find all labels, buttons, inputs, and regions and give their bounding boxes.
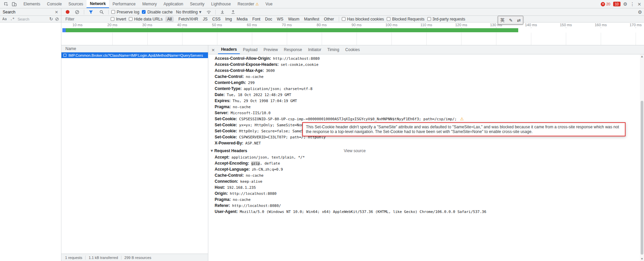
hide-data-urls-checkbox[interactable]: Hide data URLs [129,17,163,21]
filter-type[interactable]: Font [250,16,262,22]
details-tab[interactable]: Response [281,45,305,54]
devtools-tab[interactable]: Memory ⚠ [139,0,160,8]
header-name: Cache-Control: [215,74,244,79]
devtools-tab[interactable]: Application ⚠ [160,0,186,8]
details-tab[interactable]: Headers [218,45,240,54]
filter-type-all[interactable]: All [165,16,174,22]
disable-cache-checkbox[interactable]: ✓ Disable cache [142,10,172,14]
devtools-tab[interactable]: Recorder ⚠ [234,0,262,8]
refresh-search-icon[interactable]: ↻ [49,16,53,21]
filter-type[interactable]: Manifest [302,16,321,22]
close-devtools-icon[interactable]: × [637,1,641,7]
match-case-button[interactable]: Aa [1,17,8,21]
regex-button[interactable]: .* [9,17,15,21]
filter-type[interactable]: Fetch/XHR [176,16,200,22]
throttling-select[interactable]: No throttling ▼ [175,10,202,14]
filter-type[interactable]: Other [322,16,336,22]
header-value: set-cookie,cookie [281,62,319,67]
name-column-header[interactable]: Name [61,45,208,52]
details-tab[interactable]: Payload [240,45,260,54]
scrollbar-thumb[interactable] [641,101,643,255]
filter-type[interactable]: CSS [210,16,223,22]
devtools-tab[interactable]: Elements ⚠ [20,0,44,8]
export-har-icon[interactable] [229,8,237,16]
response-header-row: Date:Tue, 18 Oct 2022 12:48:29 GMT⚠ [208,92,644,98]
devtools-tab[interactable]: Console ⚠ [44,0,65,8]
filter-toggle-icon[interactable] [87,8,95,16]
filter-type[interactable]: Doc [263,16,274,22]
header-value: http://localhost:8080 [230,191,276,196]
console-errors-indicator[interactable]: ✕ 20 [601,2,610,6]
view-source-link[interactable]: View source [344,147,366,154]
details-tab[interactable]: Preview [261,45,281,54]
invert-checkbox[interactable]: Invert [111,17,126,21]
samesite-cookie-tooltip: This Set-Cookie header didn't specify a … [302,122,626,136]
request-header-row: Accept:application/json, text/plain, */* [208,154,644,160]
close-details-icon[interactable]: × [208,45,218,54]
ime-indicator[interactable]: 英 ✎ ⇄ [498,16,523,25]
scroll-up-arrow[interactable]: ▲ [640,55,644,58]
issues-count-badge[interactable]: 10 [613,2,621,6]
close-search-panel-icon[interactable]: × [55,9,58,14]
overview-track[interactable] [61,28,644,32]
network-settings-gear-icon[interactable]: ⚙ [638,9,642,15]
devtools-tab[interactable]: Sources ⚠ [65,0,87,8]
header-value: no-cache [246,75,264,79]
chevron-down-icon: ▼ [199,10,201,14]
settings-gear-icon[interactable]: ⚙ [623,1,628,7]
network-overview-timeline[interactable]: 10 ms 20 ms 30 ms 40 ms 50 ms 60 ms 70 m… [61,23,644,45]
filter-input[interactable] [65,16,108,22]
search-panel-header: Search × [0,8,61,16]
blocked-requests-checkbox[interactable]: Blocked Requests [387,17,425,21]
scroll-down-arrow[interactable]: ▼ [640,258,644,260]
details-tab[interactable]: Timing [324,45,342,54]
filter-type[interactable]: WS [275,16,285,22]
transferred-size: 1.1 kB transferred [85,256,118,260]
header-value: 3600 [266,69,275,73]
ime-toggle-icon[interactable]: ⇄ [517,18,521,23]
filter-type[interactable]: JS [201,16,210,22]
network-search-icon[interactable] [98,8,106,16]
ime-pen-icon[interactable]: ✎ [509,18,513,23]
devtools-tab[interactable]: Lighthouse ⚠ [208,0,234,8]
collapse-triangle-icon[interactable]: ▼ [211,147,213,154]
details-scrollbar[interactable]: ▲ ▼ [640,54,644,261]
header-name: Referer: [215,203,230,208]
devtools-tab[interactable]: Security ⚠ [186,0,208,8]
search-input[interactable] [17,17,48,21]
header-name: Access-Control-Max-Age: [215,68,264,73]
timeline-ruler-label: 50 ms [200,23,234,28]
checkbox-checked: ✓ [142,10,146,14]
has-blocked-cookies-checkbox[interactable]: Has blocked cookies [342,17,384,21]
search-results-panel [0,23,61,261]
inspect-element-icon[interactable] [2,0,10,8]
filter-type[interactable]: Media [234,16,250,22]
ime-language[interactable]: 英 [500,17,505,23]
preserve-log-checkbox[interactable]: Preserve log [111,10,139,14]
filter-type[interactable]: Img [223,16,234,22]
details-tab[interactable]: Cookies [342,45,363,54]
request-header-row: Origin:http://localhost:8080 [208,190,644,197]
record-network-log-button[interactable] [66,10,69,14]
third-party-requests-checkbox[interactable]: 3rd-party requests [427,17,465,21]
response-header-row: Server:Microsoft-IIS/10.0⚠ [208,110,644,116]
import-har-icon[interactable] [218,8,226,16]
devtools-tab[interactable]: Performance ⚠ [109,0,139,8]
details-tab[interactable]: Initiator [305,45,324,54]
kebab-menu-icon[interactable]: ⋮ [630,1,635,7]
timeline-ruler-label: 120 ms [444,23,479,28]
clear-search-icon[interactable] [54,15,60,23]
device-toolbar-icon[interactable] [10,0,18,8]
filter-type[interactable]: Wasm [286,16,302,22]
cookie-warning-icon[interactable]: ⚠ [460,117,464,121]
devtools-tab[interactable]: Network ⚠ [87,0,109,8]
network-conditions-icon[interactable] [205,8,213,16]
search-panel-title: Search [3,10,15,14]
header-name: Accept-Language: [215,167,250,172]
devtools-tab[interactable]: Vue ⚠ [262,0,276,8]
network-request-table: Name IMP.Common.Broker.cls?ClassName=IMP… [61,45,208,254]
clear-network-log-icon[interactable] [73,8,81,16]
tabbar-right-controls: ✕ 20 10 ⚙ ⋮ × [601,1,644,7]
overview-segment-green [66,28,518,32]
network-request-row[interactable]: IMP.Common.Broker.cls?ClassName=IMP.Logi… [61,52,208,58]
